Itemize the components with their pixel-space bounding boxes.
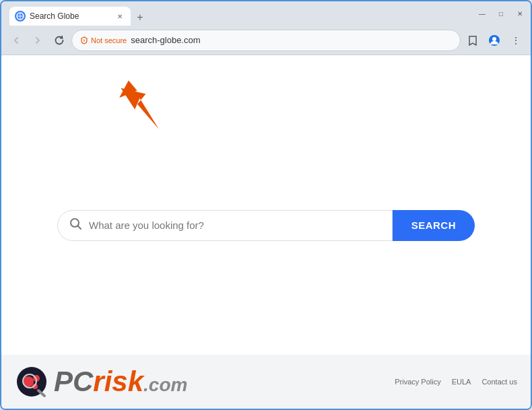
address-bar[interactable]: Not secure search-globe.com: [71, 30, 461, 51]
search-icon: [69, 217, 82, 234]
search-section: SEARCH: [57, 210, 475, 241]
tab-strip: Search Globe ✕ +: [9, 1, 474, 26]
title-bar: Search Globe ✕ + — □ ✕: [1, 1, 531, 26]
logo-icon: [15, 365, 48, 399]
search-button[interactable]: SEARCH: [393, 210, 475, 241]
close-window-button[interactable]: ✕: [514, 8, 525, 19]
new-tab-button[interactable]: +: [132, 9, 148, 26]
search-box: [57, 210, 393, 241]
maximize-button[interactable]: □: [496, 8, 506, 19]
toolbar: Not secure search-globe.com ⋮: [1, 26, 531, 55]
page-content: SEARCH PCrisk.com Priva: [1, 55, 531, 409]
profile-button[interactable]: [485, 31, 504, 50]
forward-button[interactable]: [28, 31, 47, 50]
footer-watermark: PCrisk.com Privacy Policy EULA Contact u…: [1, 355, 531, 409]
security-badge: Not secure: [80, 36, 127, 44]
bookmark-button[interactable]: [463, 31, 482, 50]
pcrisk-logo: PCrisk.com: [15, 365, 187, 399]
tab-title: Search Globe: [30, 11, 110, 21]
refresh-button[interactable]: [50, 31, 69, 50]
search-input[interactable]: [89, 219, 381, 231]
contact-us-link[interactable]: Contact us: [481, 378, 517, 386]
privacy-policy-link[interactable]: Privacy Policy: [395, 378, 440, 386]
back-button[interactable]: [7, 31, 26, 50]
arrow-annotation: [114, 74, 175, 141]
svg-point-6: [492, 37, 496, 41]
svg-line-11: [78, 226, 81, 230]
browser-window: Search Globe ✕ + — □ ✕ Not secu: [0, 0, 532, 410]
window-controls-right: — □ ✕: [477, 8, 525, 19]
tab-favicon: [15, 11, 26, 22]
address-text: search-globe.com: [131, 35, 452, 45]
menu-button[interactable]: ⋮: [506, 31, 525, 50]
svg-point-4: [84, 38, 85, 39]
footer-links: Privacy Policy EULA Contact us: [395, 378, 517, 386]
active-tab[interactable]: Search Globe ✕: [9, 7, 131, 26]
minimize-button[interactable]: —: [477, 8, 488, 19]
toolbar-actions: ⋮: [463, 31, 525, 50]
eula-link[interactable]: EULA: [452, 378, 471, 386]
security-label: Not secure: [91, 36, 127, 44]
tab-close-button[interactable]: ✕: [114, 11, 125, 22]
pcrisk-brand-text: PCrisk.com: [54, 366, 187, 398]
